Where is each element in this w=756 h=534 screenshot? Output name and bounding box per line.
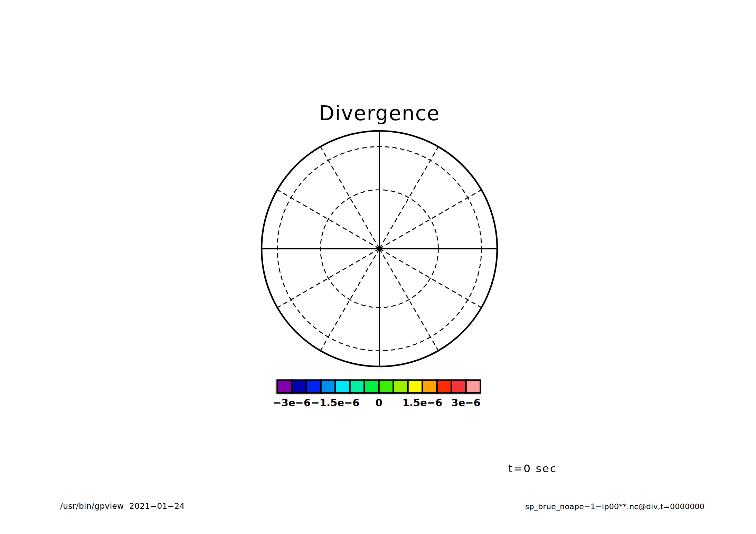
footer-source-file: sp_brue_noape−1−ip00**.nc@div,t=0000000: [525, 502, 705, 511]
colorbar-level-box: [437, 380, 452, 393]
time-annotation: t=0 sec: [508, 462, 557, 475]
colorbar-level-box: [321, 380, 336, 393]
colorbar-level-box: [365, 380, 379, 393]
colorbar-level-box: [306, 380, 321, 393]
colorbar-level-box: [350, 380, 365, 393]
colorbar-tick-neg3e6: −3e−6: [273, 397, 311, 409]
colorbar-level-box: [292, 380, 306, 393]
colorbar-level-box: [466, 380, 481, 393]
polar-plot: [0, 0, 756, 534]
colorbar-level-box: [379, 380, 394, 393]
meridian-lines-solid: [262, 131, 497, 366]
footer-command-date: /usr/bin/gpview 2021−01−24: [60, 502, 185, 511]
colorbar-level-box: [277, 380, 292, 393]
colorbar-tick-1p5e6: 1.5e−6: [403, 397, 443, 409]
colorbar-tick-neg1p5e6: −1.5e−6: [311, 397, 360, 409]
colorbar: [277, 380, 481, 393]
colorbar-level-box: [408, 380, 423, 393]
colorbar-level-box: [336, 380, 350, 393]
gpview-plot-canvas: Divergence −3e−6: [0, 0, 756, 534]
colorbar-level-box: [423, 380, 437, 393]
colorbar-tick-3e6: 3e−6: [451, 397, 480, 409]
colorbar-level-box: [394, 380, 408, 393]
colorbar-tick-zero: 0: [375, 397, 382, 409]
colorbar-level-box: [452, 380, 466, 393]
